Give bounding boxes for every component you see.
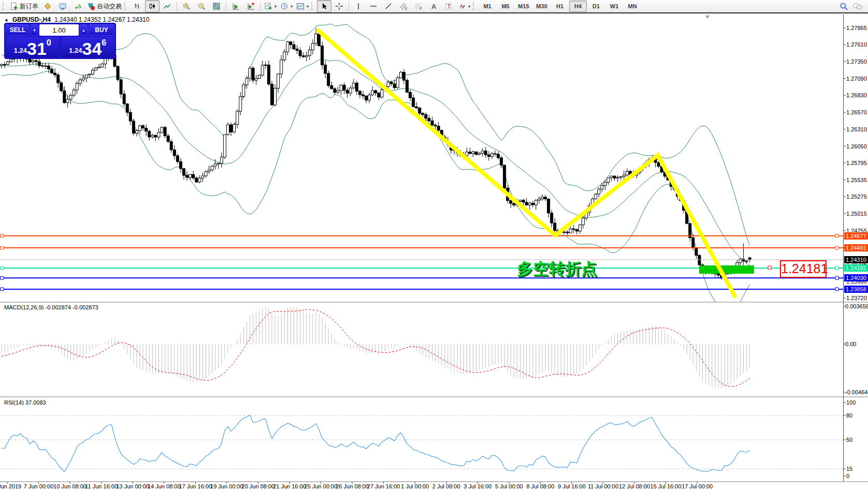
new-order-icon	[10, 2, 18, 10]
svg-text:A: A	[431, 3, 437, 10]
axis-line-label: 1.24310	[844, 256, 868, 263]
new-chart-button[interactable]: ▾	[263, 0, 278, 12]
date-tick: 8 Jul 08:00	[526, 483, 554, 489]
zoom-out-icon	[197, 2, 206, 10]
market-watch-button[interactable]	[40, 0, 55, 12]
volume-up-button[interactable]: ▲	[80, 24, 88, 36]
buy-price-base: 1.24	[69, 47, 82, 54]
crosshair-icon	[335, 2, 343, 10]
line-chart-button[interactable]	[160, 0, 175, 12]
trendline-button[interactable]	[381, 0, 396, 12]
equidistant-channel-button[interactable]: E	[396, 0, 411, 12]
sell-price[interactable]: 1.24310	[6, 37, 60, 57]
volume-down-button[interactable]: ▼	[31, 24, 38, 36]
volume-input[interactable]: 1.00	[39, 24, 79, 36]
toolbar-grip[interactable]	[3, 2, 6, 10]
cursor-icon	[320, 2, 328, 10]
vertical-line-button[interactable]	[351, 0, 366, 12]
templates-button[interactable]: ▾	[295, 0, 310, 12]
price-tick: 1.27610	[846, 41, 867, 48]
axis-line-label: 1.24491	[844, 244, 868, 251]
price-tick: 1.25275	[846, 194, 867, 200]
chat-icon[interactable]	[852, 2, 863, 10]
price-tick: 1.26310	[846, 126, 867, 132]
tf-button-D1[interactable]: D1	[587, 1, 605, 12]
chevron-down-icon: ▾	[307, 4, 309, 9]
zoom-in-button[interactable]	[179, 0, 194, 12]
tile-windows-button[interactable]	[209, 0, 224, 12]
new-order-label: 新订单	[20, 2, 38, 11]
candlestick-chart-button[interactable]	[145, 0, 160, 12]
annotation-text[interactable]: 多空转折点	[517, 258, 597, 280]
date-tick: 12 Jul 08:00	[619, 483, 650, 489]
symbol-period: GBPUSD-,H4	[12, 16, 51, 23]
text-icon: A	[429, 2, 438, 10]
tf-button-H1[interactable]: H1	[551, 1, 569, 12]
macd-tick: 0.003658	[845, 303, 868, 309]
one-click-trading-panel: SELL ▼ 1.00 ▲ BUY 1.24310 1.24346	[4, 23, 116, 59]
toolbar-grip[interactable]	[311, 2, 315, 10]
tf-button-W1[interactable]: W1	[605, 1, 623, 12]
autotrading-button[interactable]: 自动交易	[85, 0, 123, 12]
date-tick: 21 Jun 16:00	[273, 483, 306, 489]
rsi-tick: 15	[846, 466, 852, 472]
buy-button[interactable]: BUY	[89, 24, 114, 36]
fibonacci-icon: F	[414, 2, 423, 10]
indicators-icon	[232, 2, 240, 10]
bar-chart-button[interactable]	[130, 0, 144, 12]
buy-price-point: 6	[102, 38, 106, 48]
chevron-down-icon: ▾	[291, 4, 293, 9]
tf-button-H4[interactable]: H4	[569, 1, 587, 12]
tf-button-MN[interactable]: MN	[624, 1, 641, 12]
new-order-button[interactable]: 新订单	[8, 0, 40, 12]
price-tick: 1.25535	[846, 177, 867, 183]
text-button[interactable]: A	[426, 0, 441, 12]
tf-button-M15[interactable]: M15	[515, 1, 532, 12]
sell-price-point: 0	[47, 38, 51, 48]
signals-button[interactable]	[70, 0, 85, 12]
text-label-button[interactable]: T	[441, 0, 456, 12]
toolbar: 新订单 自动交易 ▾ ▾	[0, 0, 868, 13]
search-icon[interactable]	[840, 2, 848, 11]
price-tag-box[interactable]: 1.24181	[780, 260, 827, 278]
periods-button[interactable]: ▾	[279, 0, 294, 12]
indicators-list-icon	[247, 2, 255, 10]
indicators-list-button[interactable]	[243, 0, 258, 12]
date-tick: 20 Jun 08:00	[242, 483, 275, 489]
horizontal-line-icon	[369, 2, 378, 10]
chart-canvas[interactable]	[0, 0, 868, 491]
date-tick: 9 Jul 16:00	[558, 483, 586, 489]
indicators-button[interactable]	[228, 0, 243, 12]
tf-button-M30[interactable]: M30	[533, 1, 551, 12]
line-chart-icon	[163, 2, 171, 10]
clock-icon	[280, 2, 288, 10]
date-tick: 10 Jun 08:00	[53, 483, 86, 489]
fibonacci-button[interactable]: F	[411, 0, 426, 12]
macd-tick: -0.004645	[845, 389, 868, 395]
arrows-button[interactable]: ▾	[456, 0, 472, 12]
chart-title: ▲ GBPUSD-,H4 1.24340 1.24352 1.24267 1.2…	[4, 16, 149, 23]
axis-line-label: 1.24030	[844, 274, 868, 281]
horizontal-line-button[interactable]	[366, 0, 381, 12]
toolbar-grip[interactable]	[124, 2, 128, 10]
data-window-button[interactable]	[55, 0, 70, 12]
collapse-panel-icon[interactable]: ▲	[4, 17, 9, 22]
tf-button-M5[interactable]: M5	[497, 1, 514, 12]
cursor-button[interactable]	[317, 0, 331, 12]
toolbar-grip[interactable]	[473, 2, 476, 10]
buy-price[interactable]: 1.24346	[61, 37, 115, 57]
sell-button[interactable]: SELL	[6, 24, 30, 36]
zoom-out-button[interactable]	[194, 0, 209, 12]
date-tick: 7 Jun 00:00	[24, 483, 54, 489]
price-tick: 1.27865	[846, 25, 867, 31]
rsi-tick: 50	[846, 437, 852, 443]
svg-text:T: T	[447, 3, 451, 9]
crosshair-button[interactable]	[332, 0, 346, 12]
rsi-label: RSI(14) 37.0083	[4, 399, 46, 406]
trendline-icon	[384, 2, 393, 10]
tf-button-M1[interactable]: M1	[479, 1, 496, 12]
date-tick: 1 Jul 00:00	[401, 483, 429, 489]
candlestick-chart-icon	[148, 2, 156, 10]
axis-line-label: 1.24181	[844, 264, 868, 272]
macd-label: MACD(12,26,9) -0.002874 -0.002873	[4, 304, 98, 310]
